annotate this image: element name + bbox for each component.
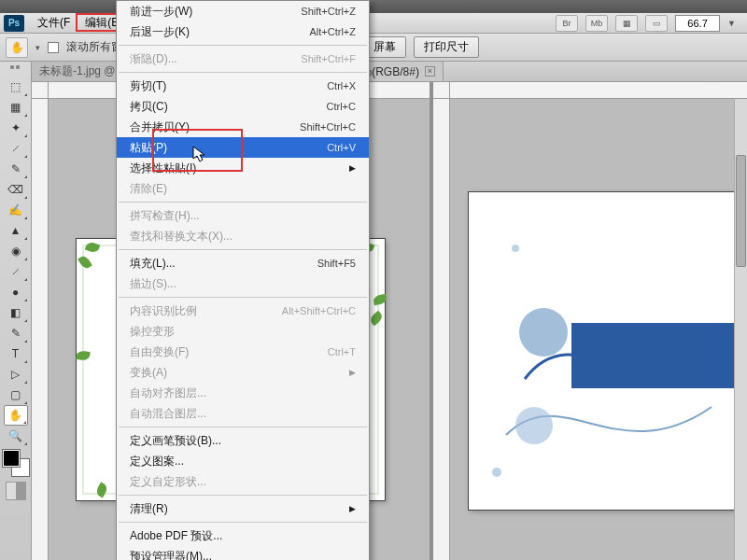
options-bar: ✋ ▾ 滚动所有窗口 屏幕 打印尺寸 <box>0 34 747 62</box>
tool-7[interactable]: ▲ <box>4 220 28 241</box>
menu-item[interactable]: 拷贝(C)Ctrl+C <box>117 96 369 117</box>
menu-shortcut: Shift+Ctrl+C <box>300 121 356 133</box>
tool-10[interactable]: ● <box>4 282 28 302</box>
tool-8[interactable]: ◉ <box>4 241 28 261</box>
menu-item-label: 定义图案... <box>130 454 356 469</box>
menu-item-label: 查找和替换文本(X)... <box>130 229 356 245</box>
menu-item: 定义自定形状... <box>117 471 369 492</box>
menu-shortcut: Shift+Ctrl+F <box>301 53 356 64</box>
menu-item-label: 选择性粘贴(I) <box>130 161 344 176</box>
svg-point-4 <box>492 468 501 477</box>
view-grid-icon[interactable]: ▦ <box>615 15 638 32</box>
bridge-icon[interactable]: Br <box>556 15 578 32</box>
ruler-origin[interactable] <box>32 82 49 99</box>
menu-item[interactable]: 预设管理器(M)... <box>117 546 369 560</box>
floral-graphic <box>469 192 747 510</box>
tool-11[interactable]: ◧ <box>4 302 28 323</box>
menu-shortcut: Ctrl+X <box>327 80 356 91</box>
menu-item-label: 操控变形 <box>130 324 356 340</box>
tool-1[interactable]: ▦ <box>4 97 28 118</box>
menu-item: 渐隐(D)...Shift+Ctrl+F <box>117 49 369 69</box>
zoom-field[interactable]: 66.7 <box>675 15 720 32</box>
tool-2[interactable]: ✦ <box>4 118 28 138</box>
menu-item[interactable]: 剪切(T)Ctrl+X <box>117 76 369 96</box>
tool-13[interactable]: T <box>4 343 28 364</box>
menu-item[interactable]: 定义画笔预设(B)... <box>117 430 369 451</box>
menu-item: 拼写检查(H)... <box>117 205 369 226</box>
menu-item: 自动对齐图层... <box>117 383 369 403</box>
menu-item-label: 粘贴(P) <box>130 140 327 156</box>
menubar-right: Br Mb ▦ ▭ 66.7 ▼ <box>556 15 743 32</box>
scroll-all-checkbox[interactable] <box>48 42 59 53</box>
menu-file[interactable]: 文件(F <box>32 14 76 31</box>
ruler-horizontal[interactable] <box>450 82 747 99</box>
menu-shortcut: Shift+Ctrl+Z <box>301 6 356 17</box>
menu-item-label: 拷贝(C) <box>130 99 327 115</box>
workarea: ⬚▦✦⟋✎⌫✍▲◉⟋●◧✎T▷▢✋🔍 未标题-1.jpg @ 66 2019-0… <box>0 62 747 560</box>
ruler-origin[interactable] <box>433 82 450 99</box>
menu-shortcut: Alt+Shift+Ctrl+C <box>282 305 356 316</box>
menu-shortcut: Ctrl+V <box>327 142 356 153</box>
ruler-vertical[interactable] <box>32 99 49 560</box>
menu-item[interactable]: 前进一步(W)Shift+Ctrl+Z <box>117 1 369 21</box>
menu-shortcut: Ctrl+T <box>328 346 356 357</box>
menu-item-label: 描边(S)... <box>130 276 356 292</box>
menu-item[interactable]: 填充(L)...Shift+F5 <box>117 253 369 273</box>
menu-item-label: 剪切(T) <box>130 78 327 94</box>
menu-item-label: 自动混合图层... <box>130 406 356 422</box>
tool-3[interactable]: ⟋ <box>4 138 28 159</box>
menu-item-label: 填充(L)... <box>130 256 317 272</box>
menu-item-label: 内容识别比例 <box>130 303 282 319</box>
scrollbar-vertical[interactable] <box>734 99 747 560</box>
ruler-vertical[interactable] <box>433 99 450 560</box>
menu-item[interactable]: Adobe PDF 预设... <box>117 525 369 546</box>
menu-item[interactable]: 选择性粘贴(I)▶ <box>117 158 369 178</box>
menubar: Ps 文件(F编辑(E)(V)窗口(W)帮助(H) Br Mb ▦ ▭ 66.7… <box>0 13 747 34</box>
menu-item[interactable]: 粘贴(P)Ctrl+V <box>117 137 369 158</box>
toolbox-grip-icon[interactable] <box>10 65 21 73</box>
hand-tool-icon[interactable]: ✋ <box>6 37 28 58</box>
menu-item: 内容识别比例Alt+Shift+Ctrl+C <box>117 301 369 321</box>
submenu-arrow-icon: ▶ <box>349 368 356 377</box>
menu-item-label: 定义自定形状... <box>130 474 356 490</box>
svg-point-3 <box>512 245 519 252</box>
tool-0[interactable]: ⬚ <box>4 77 28 97</box>
tool-4[interactable]: ✎ <box>4 159 28 179</box>
menu-item[interactable]: 合并拷贝(Y)Shift+Ctrl+C <box>117 117 369 137</box>
menu-item: 自由变换(F)Ctrl+T <box>117 342 369 362</box>
menu-item: 操控变形 <box>117 321 369 342</box>
menu-item: 自动混合图层... <box>117 403 369 424</box>
close-icon[interactable]: × <box>425 66 435 77</box>
document-pane-right <box>433 82 747 560</box>
chevron-down-icon[interactable]: ▾ <box>35 43 40 52</box>
menu-item-label: 合并拷贝(Y) <box>130 119 300 135</box>
menu-item-label: 变换(A) <box>130 365 344 381</box>
svg-point-1 <box>519 308 568 357</box>
minibridge-icon[interactable]: Mb <box>585 15 608 32</box>
menu-item-label: 渐隐(D)... <box>130 51 301 67</box>
menu-shortcut: Alt+Ctrl+Z <box>309 26 356 37</box>
print-size-button[interactable]: 打印尺寸 <box>414 36 479 58</box>
screenmode-icon[interactable]: ▭ <box>645 15 668 32</box>
tool-17[interactable]: 🔍 <box>4 426 28 446</box>
chevron-down-icon[interactable]: ▼ <box>727 19 736 28</box>
menu-item: 变换(A)▶ <box>117 362 369 383</box>
menu-item[interactable]: 后退一步(K)Alt+Ctrl+Z <box>117 21 369 42</box>
tool-5[interactable]: ⌫ <box>4 179 28 200</box>
menu-item-label: Adobe PDF 预设... <box>130 528 356 544</box>
menu-item: 描边(S)... <box>117 273 369 294</box>
menu-item[interactable]: 定义图案... <box>117 451 369 471</box>
tool-9[interactable]: ⟋ <box>4 261 28 282</box>
tool-12[interactable]: ✎ <box>4 323 28 343</box>
menu-item-label: 定义画笔预设(B)... <box>130 433 356 449</box>
color-wells[interactable] <box>3 450 29 476</box>
tool-16[interactable]: ✋ <box>4 405 28 426</box>
tool-6[interactable]: ✍ <box>4 200 28 220</box>
menu-shortcut: Ctrl+C <box>327 101 356 112</box>
viewport[interactable] <box>450 99 747 560</box>
menu-item-label: 预设管理器(M)... <box>130 549 356 561</box>
quickmask-toggle[interactable] <box>6 482 26 500</box>
tool-14[interactable]: ▷ <box>4 364 28 385</box>
tool-15[interactable]: ▢ <box>4 385 28 405</box>
menu-item[interactable]: 清理(R)▶ <box>117 498 369 519</box>
